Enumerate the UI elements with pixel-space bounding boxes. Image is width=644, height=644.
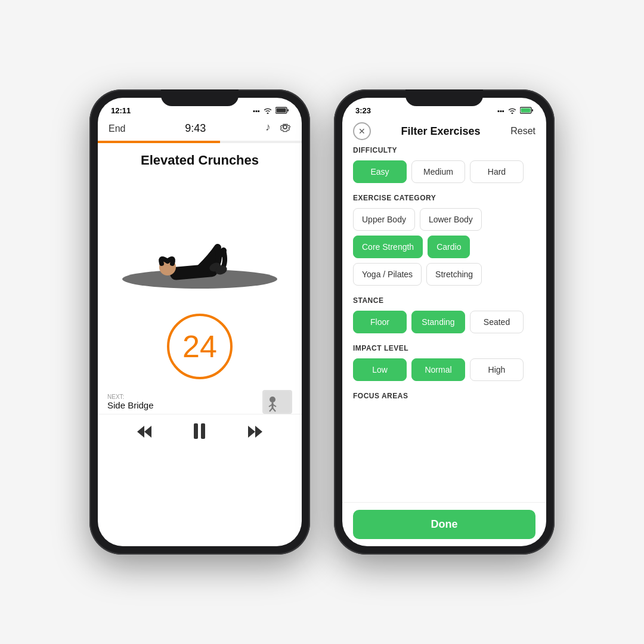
filter-title: Filter Exercises	[401, 125, 481, 138]
status-icons-2: ▪▪▪	[497, 107, 533, 115]
pause-button[interactable]	[193, 423, 206, 444]
category-title: EXERCISE CATEGORY	[353, 194, 535, 202]
svg-rect-1	[277, 108, 286, 112]
exercise-title: Elevated Crunches	[98, 143, 302, 173]
svg-rect-2	[287, 109, 289, 112]
svg-marker-20	[248, 426, 255, 438]
phone-2-screen: 3:23 ▪▪▪ ✕ Filter Exercises Reset	[342, 98, 546, 546]
timer-area: 24	[98, 304, 302, 384]
phone-2: 3:23 ▪▪▪ ✕ Filter Exercises Reset	[334, 89, 555, 555]
category-section: EXERCISE CATEGORY Upper Body Lower Body …	[353, 194, 535, 286]
svg-point-9	[270, 397, 275, 402]
filter-floor[interactable]: Floor	[353, 311, 407, 333]
svg-marker-19	[255, 426, 262, 438]
category-buttons: Upper Body Lower Body Core Strength Card…	[353, 208, 535, 286]
timer-display: 9:43	[185, 122, 206, 135]
filter-normal[interactable]: Normal	[411, 358, 465, 381]
svg-marker-15	[137, 426, 144, 438]
filter-medium[interactable]: Medium	[411, 160, 465, 183]
focus-title: FOCUS AREAS	[353, 392, 535, 400]
impact-title: IMPACT LEVEL	[353, 344, 535, 352]
stance-title: STANCE	[353, 296, 535, 305]
end-button[interactable]: End	[109, 123, 125, 134]
notch-2	[405, 89, 483, 106]
filter-low[interactable]: Low	[353, 358, 407, 381]
exercise-illustration	[116, 185, 283, 292]
svg-rect-17	[194, 423, 198, 439]
next-label: NEXT:	[107, 394, 256, 400]
difficulty-section: DIFFICULTY Easy Medium Hard	[353, 146, 535, 183]
next-thumbnail	[262, 390, 292, 414]
svg-marker-16	[144, 426, 151, 438]
filter-lower-body[interactable]: Lower Body	[420, 208, 482, 231]
svg-rect-8	[264, 391, 290, 413]
focus-section: FOCUS AREAS	[353, 392, 535, 406]
difficulty-title: DIFFICULTY	[353, 146, 535, 154]
p2-navbar: ✕ Filter Exercises Reset	[342, 117, 546, 146]
phone-1: 12:11 ▪▪▪ End 9:43 ♪	[89, 89, 310, 555]
stance-section: STANCE Floor Standing Seated	[353, 296, 535, 333]
next-button[interactable]	[247, 424, 264, 443]
signal-icon-1: ▪▪▪	[253, 107, 260, 114]
difficulty-buttons: Easy Medium Hard	[353, 160, 535, 183]
phone-1-screen: 12:11 ▪▪▪ End 9:43 ♪	[98, 98, 302, 546]
impact-buttons: Low Normal High	[353, 358, 535, 381]
p1-navbar: End 9:43 ♪	[98, 117, 302, 136]
close-button[interactable]: ✕	[353, 122, 371, 140]
done-bar: Done	[342, 502, 546, 546]
signal-icon-2: ▪▪▪	[497, 107, 504, 114]
notch-1	[161, 89, 239, 106]
settings-icon[interactable]	[279, 121, 291, 136]
svg-rect-18	[201, 423, 205, 439]
stance-buttons: Floor Standing Seated	[353, 311, 535, 333]
filter-yoga-pilates[interactable]: Yoga / Pilates	[353, 263, 422, 286]
filter-high[interactable]: High	[470, 358, 524, 381]
done-button[interactable]: Done	[353, 510, 535, 539]
filter-content: DIFFICULTY Easy Medium Hard EXERCISE CAT…	[342, 146, 546, 502]
time-1: 12:11	[111, 106, 131, 115]
filter-cardio[interactable]: Cardio	[428, 236, 470, 258]
filter-upper-body[interactable]: Upper Body	[353, 208, 415, 231]
wifi-icon-1	[263, 107, 273, 115]
filter-easy[interactable]: Easy	[353, 160, 407, 183]
filter-stretching[interactable]: Stretching	[426, 263, 482, 286]
prev-button[interactable]	[136, 424, 153, 443]
svg-rect-22	[521, 108, 531, 112]
music-icon[interactable]: ♪	[265, 121, 271, 136]
reset-button[interactable]: Reset	[510, 126, 535, 137]
battery-icon-1	[275, 107, 289, 115]
filter-hard[interactable]: Hard	[470, 160, 524, 183]
battery-icon-2	[520, 107, 533, 115]
playback-controls	[98, 414, 302, 456]
next-exercise-name: Side Bridge	[107, 400, 256, 410]
timer-circle: 24	[167, 314, 233, 379]
nav-icons: ♪	[265, 121, 291, 136]
filter-seated[interactable]: Seated	[470, 311, 524, 333]
scene: 12:11 ▪▪▪ End 9:43 ♪	[0, 0, 644, 644]
time-2: 3:23	[355, 106, 371, 115]
svg-rect-23	[532, 109, 533, 112]
timer-count: 24	[182, 329, 217, 364]
next-exercise-area: NEXT: Side Bridge	[98, 384, 302, 414]
status-icons-1: ▪▪▪	[253, 107, 289, 115]
filter-standing[interactable]: Standing	[411, 311, 465, 333]
exercise-image-area	[98, 173, 302, 304]
impact-section: IMPACT LEVEL Low Normal High	[353, 344, 535, 381]
filter-core-strength[interactable]: Core Strength	[353, 236, 423, 258]
wifi-icon-2	[507, 107, 517, 115]
